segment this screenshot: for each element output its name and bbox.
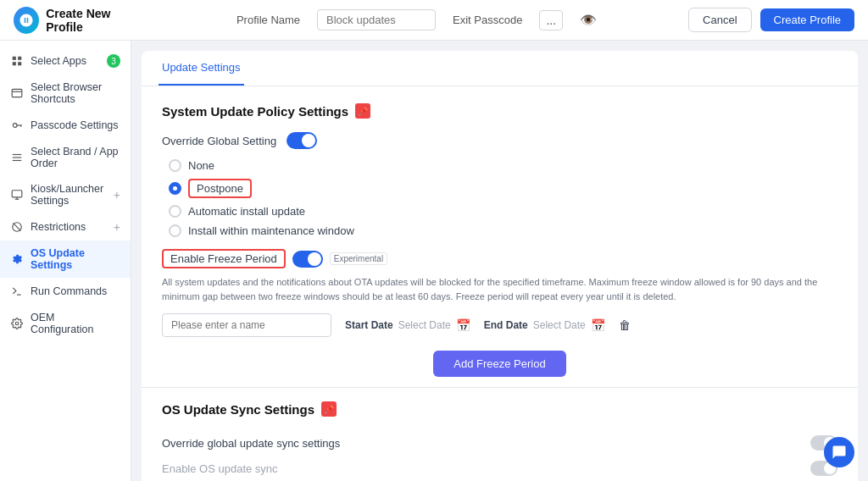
tab-update-settings[interactable]: Update Settings [159,51,244,86]
sidebar-item-oem[interactable]: OEM Configuration [0,305,131,342]
grid-icon [10,54,24,68]
override-global-row: Override Global Setting [162,132,837,149]
end-date-label: End Date [484,319,528,331]
header-center: Profile Name Exit Passcode ... 👁️ [159,9,675,30]
radio-auto-install[interactable]: Automatic install update [169,205,837,218]
sidebar-item-select-apps[interactable]: Select Apps 3 [0,47,131,75]
os-sync-section: OS Update Sync Settings 📌 Override globa… [142,387,858,481]
settings-icon [10,317,24,330]
browser-icon [10,86,24,100]
sidebar-item-brand-order[interactable]: Select Brand / App Order [0,139,131,176]
delete-freeze-icon[interactable]: 🗑 [619,318,631,332]
eye-icon[interactable]: 👁️ [580,12,597,28]
freeze-toggle[interactable] [292,251,323,268]
freeze-toggle-knob [308,252,321,266]
os-sync-title: OS Update Sync Settings 📌 [162,401,837,417]
enable-sync-label: Enable OS update sync [162,462,278,475]
sidebar-item-browser-shortcuts[interactable]: Select Browser Shortcuts [0,75,131,112]
freeze-description: All system updates and the notifications… [162,275,837,303]
radio-auto-install-label: Automatic install update [188,205,305,218]
sidebar-label-oem: OEM Configuration [31,312,120,335]
toggle-knob [302,134,315,147]
monitor-icon [10,188,24,202]
end-date-input[interactable]: Select Date [533,319,586,331]
radio-maintenance[interactable]: Install within maintenance window [169,224,837,237]
freeze-inputs: Start Date Select Date 📅 End Date Select… [162,313,837,337]
override-global-label: Override Global Setting [162,135,276,147]
svg-rect-0 [13,57,16,60]
sidebar-item-restrictions[interactable]: Restrictions + [0,213,131,240]
end-calendar-icon[interactable]: 📅 [591,318,605,332]
cancel-button[interactable]: Cancel [688,8,751,32]
sidebar-label-restrictions: Restrictions [31,221,86,233]
radio-auto-install-circle [169,205,181,218]
svg-rect-4 [12,89,22,97]
radio-maintenance-label: Install within maintenance window [188,224,354,237]
svg-line-16 [13,223,20,230]
sync-pin-icon: 📌 [321,401,337,417]
system-update-section: System Update Policy Settings 📌 Override… [142,86,858,387]
sidebar-label-kiosk: Kiosk/Launcher Settings [31,183,107,207]
sidebar-label-os-update: OS Update Settings [31,247,120,271]
freeze-period-container: Enable Freeze Period Experimental All sy… [162,249,837,377]
system-update-title: System Update Policy Settings 📌 [162,103,837,119]
enable-sync-row: Enable OS update sync [162,456,837,481]
terminal-icon [10,285,24,298]
pin-icon: 📌 [355,103,370,119]
profile-name-label: Profile Name [236,14,300,26]
sidebar-item-os-update[interactable]: OS Update Settings [0,240,131,278]
exit-passcode-dots-button[interactable]: ... [539,10,563,30]
radio-postpone[interactable]: Postpone [169,179,837,198]
content-card: Update Settings System Update Policy Set… [142,51,858,481]
freeze-row: Enable Freeze Period Experimental [162,249,837,268]
apps-badge: 3 [107,54,120,68]
override-global-sync-row: Override global update sync settings [162,430,837,456]
svg-rect-12 [12,191,22,197]
sidebar-label-browser-shortcuts: Select Browser Shortcuts [31,81,120,105]
gear-icon [10,252,24,266]
freeze-period-label: Enable Freeze Period [162,249,286,268]
sidebar-item-passcode[interactable]: Passcode Settings [0,112,131,139]
update-policy-radio-group: None Postpone Automatic install update [162,159,837,237]
radio-postpone-label-box: Postpone [188,179,252,198]
svg-rect-3 [18,62,21,65]
sidebar-item-kiosk[interactable]: Kiosk/Launcher Settings + [0,176,131,213]
profile-name-input[interactable] [317,9,436,30]
svg-rect-2 [13,62,16,65]
create-profile-button[interactable]: Create Profile [760,8,854,31]
svg-point-6 [13,124,17,128]
start-date-group: Start Date Select Date 📅 [345,318,470,332]
app-logo-icon [14,7,39,34]
chat-bubble-button[interactable] [824,437,854,467]
tabs-bar: Update Settings [142,51,858,86]
experimental-badge: Experimental [330,252,387,265]
page-title: Create New Profile [46,7,145,34]
radio-maintenance-circle [169,224,181,237]
add-freeze-period-button[interactable]: Add Freeze Period [433,351,565,377]
start-calendar-icon[interactable]: 📅 [456,318,470,332]
override-global-toggle[interactable] [287,132,317,149]
main-layout: Select Apps 3 Select Browser Shortcuts P… [0,41,868,481]
radio-none[interactable]: None [169,159,837,172]
svg-point-18 [15,322,19,325]
sidebar-label-run-commands: Run Commands [31,285,107,297]
logo-area: Create New Profile [14,7,145,34]
sidebar: Select Apps 3 Select Browser Shortcuts P… [0,41,131,481]
freeze-name-input[interactable] [162,313,331,337]
start-date-input[interactable]: Select Date [398,319,451,331]
restrictions-plus-icon[interactable]: + [114,220,120,234]
key-icon [10,119,24,132]
radio-none-circle [169,159,181,172]
kiosk-plus-icon[interactable]: + [114,188,120,202]
override-global-sync-label: Override global update sync settings [162,437,340,450]
sidebar-label-select-apps: Select Apps [31,55,86,67]
block-icon [10,220,24,234]
start-date-label: Start Date [345,319,393,331]
sidebar-label-brand-order: Select Brand / App Order [31,146,120,169]
radio-postpone-circle [169,182,181,195]
menu-icon [10,151,24,164]
end-date-group: End Date Select Date 📅 [484,318,605,332]
sidebar-item-run-commands[interactable]: Run Commands [0,278,131,305]
add-freeze-button-container: Add Freeze Period [162,351,837,377]
sidebar-label-passcode: Passcode Settings [31,119,119,131]
